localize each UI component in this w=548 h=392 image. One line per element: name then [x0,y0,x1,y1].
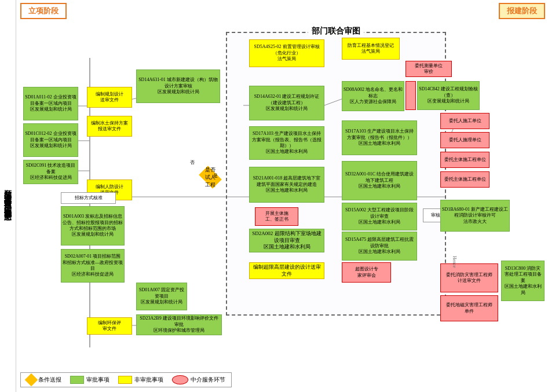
box-SD14A632: SD14A632-01 建设工程规划许证（建设建筑工程）区发展规划和统计局 [249,86,324,120]
box-bid-method: 招标方式核准 [61,192,116,204]
main-container: 顺德区企业投资建设项目一门式审批流程示意图 立项阶段 报建阶段 部门联合审图 S… [0,0,548,392]
box-SD5A4S25: SD5A4S25-02 前置管理设计审核（危化行业）法气策局 [249,39,324,67]
box-SD08A002: SD08A002 地名命名、更名和标志区人力资源社会保障局 [342,81,404,111]
legend: 条件送报 审批事项 非审批事项 中介服务环节 [20,372,232,387]
box-SD02C091: SD02C091 技术改造项目备案区经济和科技促进局 [23,160,78,184]
box-review-design: 超图设计专家评审会 [342,262,391,283]
legend-diamond-icon [25,373,38,387]
box-SD02A007: SD02A007-01 项目招标范围和招标方式核准—政府投资项目区经济和科技促进… [61,249,125,283]
box-SD2A002: SD2A002 超限结构下室场地建设项目审查区国土地建和水利局 [249,229,324,252]
box-SD32A001: SD32A001-01C 结合使用建筑建设地下建筑工程区国土地建和水利局 [342,161,417,200]
box-SD01A011: SD01A011-02 企业投资项目备案一区域内项目区发展规划和统计局 [23,87,78,120]
box-SD01A007: SD01A007 固定资产投资项目区发展规划和统计局 [136,283,187,310]
vertical-title: 顺德区企业投资建设项目一门式审批流程示意图 [0,0,16,392]
legend-item-condition: 条件送报 [27,375,61,384]
box-SD13C800: SD13C800 消防灾害处理工程项目备案区国土地建和水利局 [501,261,545,301]
title-text: 顺德区企业投资建设项目一门式审批流程示意图 [3,184,13,208]
box-entrust-person: 委托人施工单位 [440,113,489,129]
hence-label: Hence [452,256,457,268]
box-SD17A103-2: SD17A103 生产建设项目水土保持方案审批（报告书（报批件））区国土地建和水… [342,120,417,155]
legend-green-icon [70,376,84,384]
box-SD15A002: SD15A002 大型工程建设项目阶段设计审查区国土地建和水利局 [342,203,417,230]
box-SD23A2B9: SD23A2B9 建设项目环境影响评价文件审批区环境保护和城市管理局 [136,314,222,335]
decision-diamond: 是否试人工程 [196,167,225,188]
box-SD01C012: SD01C012-02 企业投资项目备案一区域内项目区发展规划和统计局 [23,123,78,157]
box-SD14C842: SD14C842 建设工程规划验核（查）区变展规划和统计局 [417,81,480,110]
box-entrust-subject2: 委托主体施工程单位 [440,171,489,188]
no-label: 否 [190,159,195,166]
legend-ellipse-icon [172,375,188,384]
box-SD15A475: SD15A475 超限高层建筑工程抗震设防审批区国土地建和水利局 [342,232,417,261]
box-entrust-fire2: 委托地磁灾害理工程师单件 [440,295,498,321]
box-SD21A001: SD21A001-018 超高层建筑地下室建筑平面国家有关规定的建造区国土地建和… [249,167,324,203]
legend-item-service: 中介服务环节 [172,375,225,384]
box-entrust1 [405,81,416,110]
box-compile-water: 编制水土保持方案报送审文件 [87,116,132,137]
phase-lixiang: 立项阶段 [20,3,67,19]
box-SD14A631: SD14A631-01 城市新建建设（构）筑物设计方案审核区发展规划和统计局 [136,69,220,103]
box-SD1BA680: SD1BA680-01 新产建工程建设工程消防设计审核许可法市政火大 [440,200,510,232]
box-entrust-survey: 委托测量单位审价 [405,61,452,77]
box-compile-planning: 编制规划设计送审文件 [87,87,132,108]
dept-review-title: 部门联合审图 [308,26,364,36]
box-compile-env: 编制环保评审文件 [87,317,132,335]
box-entrust-subject1: 委托主体施工程单位 [440,152,489,168]
box-SD17A103-1: SD17A103 生产建设项目水土保持方案审批（报告表、报告书（选报期））区国土… [249,126,324,160]
legend-yellow-icon [118,376,132,384]
box-SD01A003: SD01A003 发标志及招标信息公告、招标控股报项目的招标方式和招标范围的市场… [61,206,125,246]
box-entrust-person2: 委托人施理单位 [440,132,489,148]
box-open-main: 开展主体施工、签正书 [255,207,298,226]
legend-item-nonreview: 非审批事项 [118,376,163,384]
box-entrust-fire1: 委托消防灾害理工程师计送审文件 [440,263,498,292]
legend-item-review: 审批事项 [70,376,109,384]
box-compile-highrise: 编制超限高层建设的设计送审文件 [249,262,324,279]
phase-baojian: 报建阶段 [499,3,545,19]
box-prevention-basic: 防育工程基本情况登记法气策局 [342,38,400,60]
